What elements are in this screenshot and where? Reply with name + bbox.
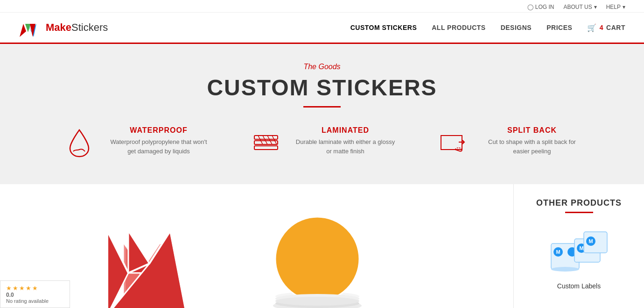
user-icon: ◯: [527, 4, 533, 10]
sidebar: OTHER PRODUCTS M: [513, 184, 644, 308]
logo[interactable]: MakeStickers: [19, 17, 108, 38]
rating-label: No rating available: [6, 298, 64, 304]
nav-custom-stickers[interactable]: CUSTOM STICKERS: [350, 24, 417, 31]
svg-point-36: [551, 267, 579, 272]
svg-line-11: [272, 136, 277, 144]
chevron-down-icon: ▾: [594, 4, 597, 10]
waterproof-content: WATERPROOF Waterproof polypropylene that…: [107, 126, 210, 156]
rating-score: 0.0: [6, 292, 64, 298]
chevron-down-icon: ▾: [623, 4, 625, 10]
die-cut-image: [75, 198, 224, 308]
svg-rect-5: [254, 136, 278, 139]
svg-line-9: [263, 136, 267, 144]
nav-prices[interactable]: PRICES: [546, 24, 572, 31]
hero-section: The Goods CUSTOM STICKERS WATERPROOF Wat…: [0, 44, 644, 184]
svg-marker-1: [20, 24, 26, 37]
nav-designs[interactable]: DESIGNS: [501, 24, 532, 31]
hero-divider: [303, 106, 341, 107]
svg-text:M: M: [588, 238, 593, 244]
hero-title: CUSTOM STICKERS: [9, 75, 635, 100]
main-products: Die Cut Stickers: [0, 184, 513, 308]
features-row: WATERPROOF Waterproof polypropylene that…: [9, 126, 635, 161]
logo-icon: [19, 17, 42, 38]
svg-line-10: [267, 136, 272, 144]
login-link[interactable]: ◯ LOG IN: [527, 4, 554, 10]
rating-badge: ★★★★★ 0.0 No rating available: [0, 280, 70, 308]
svg-point-30: [276, 297, 358, 305]
main-header: MakeStickers CUSTOM STICKERS ALL PRODUCT…: [0, 13, 644, 44]
svg-text:M: M: [579, 245, 583, 251]
main-navigation: CUSTOM STICKERS ALL PRODUCTS DESIGNS PRI…: [350, 23, 625, 32]
product-circle[interactable]: Circle Stickers: [243, 198, 392, 308]
svg-text:M: M: [556, 249, 560, 255]
feature-laminated: LAMINATED Durable laminate with either a…: [247, 126, 397, 161]
svg-marker-2: [25, 24, 31, 32]
products-section: Die Cut Stickers: [0, 184, 644, 308]
svg-line-8: [258, 136, 263, 144]
nav-all-products[interactable]: ALL PRODUCTS: [432, 24, 485, 31]
hero-subtitle: The Goods: [9, 63, 635, 71]
product-die-cut[interactable]: Die Cut Stickers: [75, 198, 224, 308]
custom-labels-svg: M M M: [542, 225, 616, 276]
sidebar-divider: [565, 212, 593, 213]
sidebar-title: OTHER PRODUCTS: [523, 198, 635, 208]
die-cut-stickers-svg: [79, 203, 219, 308]
logo-text: MakeStickers: [46, 21, 108, 34]
svg-rect-7: [254, 146, 278, 150]
help-link[interactable]: HELP ▾: [606, 4, 625, 10]
circle-stickers-svg: [257, 203, 378, 308]
nav-cart[interactable]: 🛒 4 CART: [587, 23, 625, 32]
top-bar: ◯ LOG IN ABOUT US ▾ HELP ▾: [0, 0, 644, 13]
laminated-icon: [247, 126, 285, 161]
sidebar-product-custom-labels[interactable]: M M M Custom Labels: [523, 222, 635, 290]
laminated-content: LAMINATED Durable laminate with either a…: [294, 126, 397, 156]
circle-image: [243, 198, 392, 308]
split-back-icon: [434, 126, 471, 161]
feature-split-back: SPLIT BACK Cut to shape with a split bac…: [434, 126, 583, 161]
custom-labels-image: M M M: [542, 222, 616, 279]
waterproof-icon: [61, 126, 98, 161]
custom-labels-name: Custom Labels: [523, 282, 635, 290]
about-link[interactable]: ABOUT US ▾: [564, 4, 597, 10]
cart-icon: 🛒: [587, 23, 597, 32]
feature-waterproof: WATERPROOF Waterproof polypropylene that…: [61, 126, 210, 161]
rating-stars: ★★★★★: [6, 285, 64, 292]
split-back-content: SPLIT BACK Cut to shape with a split bac…: [481, 126, 583, 156]
